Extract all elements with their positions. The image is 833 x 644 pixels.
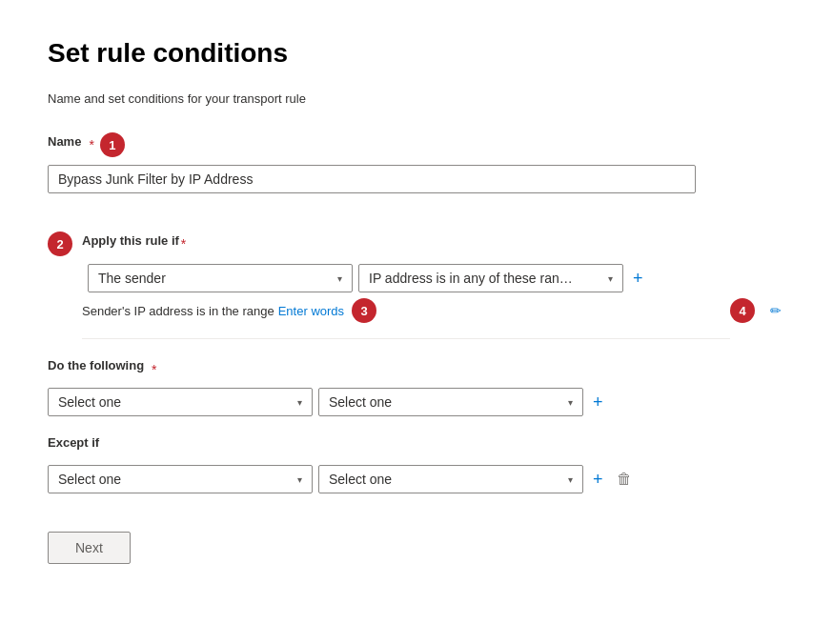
- except-label: Except if: [48, 435, 99, 450]
- divider1: [82, 338, 730, 339]
- apply-label: Apply this rule if: [82, 233, 179, 248]
- name-label-row: Name * 1: [48, 132, 785, 157]
- apply-dropdown1-chevron: ▾: [337, 273, 342, 284]
- do-dropdown1-chevron: ▾: [297, 397, 302, 408]
- apply-dropdown2-chevron: ▾: [608, 273, 613, 284]
- apply-label-row: 2 Apply this rule if *: [48, 231, 785, 256]
- apply-rule-section: 2 Apply this rule if * The sender ▾ IP a…: [48, 231, 785, 339]
- enter-words-link[interactable]: Enter words: [278, 304, 344, 318]
- apply-rule-row: The sender ▾ IP address is in any of the…: [48, 264, 785, 292]
- step4-badge: 4: [730, 298, 755, 323]
- page-container: Set rule conditions Name and set conditi…: [0, 0, 833, 644]
- except-dropdown2[interactable]: Select one ▾: [318, 465, 583, 493]
- button-row: Next: [48, 513, 785, 564]
- hint-text: Sender's IP address is in the range: [82, 304, 274, 318]
- do-following-label-row: Do the following *: [48, 358, 785, 380]
- do-dropdown2[interactable]: Select one ▾: [318, 388, 583, 416]
- name-required-star: *: [89, 137, 93, 152]
- name-input[interactable]: [48, 165, 696, 193]
- step2-badge: 2: [48, 231, 72, 256]
- apply-dropdown2-value: IP address is in any of these ranges or …: [369, 271, 579, 286]
- next-button[interactable]: Next: [48, 532, 131, 564]
- except-delete-button[interactable]: 🗑: [613, 468, 636, 491]
- do-following-required-star: *: [152, 362, 156, 377]
- except-add-button[interactable]: +: [589, 467, 607, 492]
- apply-dropdown1[interactable]: The sender ▾: [88, 264, 353, 292]
- except-if-section: Except if Select one ▾ Select one ▾ + 🗑: [48, 435, 785, 493]
- except-dropdown1[interactable]: Select one ▾: [48, 465, 313, 493]
- do-dropdown1-value: Select one: [58, 394, 121, 410]
- name-section: Name * 1: [48, 132, 785, 212]
- apply-dropdown2[interactable]: IP address is in any of these ranges or …: [358, 264, 623, 292]
- apply-add-button[interactable]: +: [629, 266, 647, 291]
- apply-dropdown1-value: The sender: [98, 271, 166, 286]
- except-dropdown1-chevron: ▾: [297, 474, 302, 485]
- except-dropdown2-chevron: ▾: [568, 474, 573, 485]
- do-following-section: Do the following * Select one ▾ Select o…: [48, 358, 785, 416]
- do-following-row: Select one ▾ Select one ▾ +: [48, 388, 785, 416]
- page-title: Set rule conditions: [48, 38, 785, 69]
- step1-badge: 1: [100, 132, 125, 157]
- do-dropdown2-value: Select one: [329, 394, 392, 410]
- do-dropdown1[interactable]: Select one ▾: [48, 388, 313, 416]
- do-following-label: Do the following: [48, 358, 144, 372]
- except-if-row: Select one ▾ Select one ▾ + 🗑: [48, 465, 785, 493]
- page-description: Name and set conditions for your transpo…: [48, 91, 785, 106]
- hint-row: Sender's IP address is in the range Ente…: [82, 298, 785, 323]
- apply-required-star: *: [181, 236, 186, 252]
- name-label: Name: [48, 134, 81, 149]
- except-dropdown1-value: Select one: [58, 472, 121, 487]
- except-dropdown2-value: Select one: [329, 472, 392, 487]
- step3-badge: 3: [352, 298, 376, 323]
- do-dropdown2-chevron: ▾: [568, 397, 573, 408]
- edit-button[interactable]: ✏: [766, 300, 785, 321]
- do-add-button[interactable]: +: [589, 390, 607, 414]
- except-label-row: Except if: [48, 435, 785, 457]
